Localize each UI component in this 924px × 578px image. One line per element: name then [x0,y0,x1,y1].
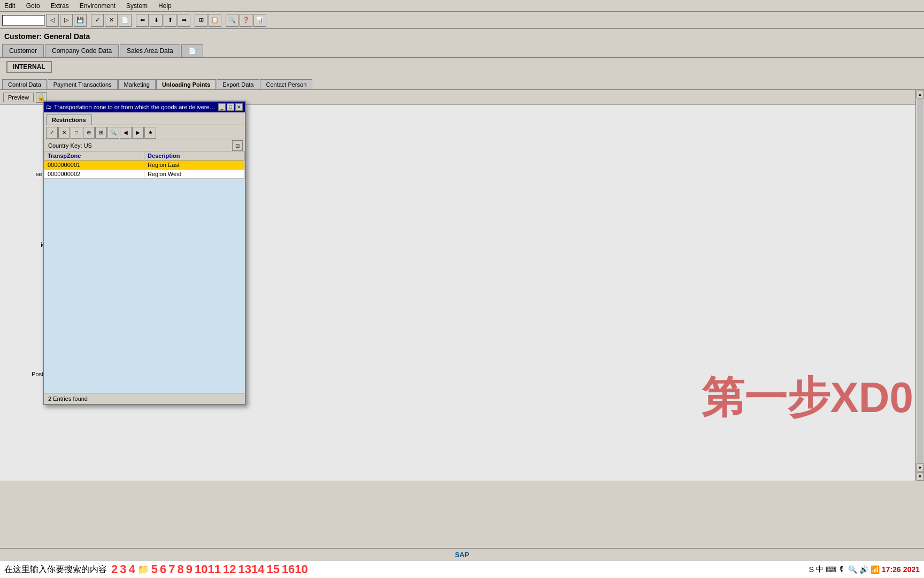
input-method-icon[interactable]: S [809,565,814,574]
command-field[interactable] [2,15,45,26]
tab-control-data[interactable]: Control Data [2,79,47,89]
toolbar-btn1[interactable]: ✓ [91,14,104,27]
table-row[interactable]: 0000000001 Region East [44,161,245,170]
modal-country-info: Country Key: US [44,140,245,151]
modal-resize-btn[interactable]: ⊡ [232,140,243,151]
main-content: Preview 🔒 ns n 1/2 ress de se number ty … [0,90,924,481]
toolbar-back-btn[interactable]: ◁ [46,14,59,27]
toolbar-btn9[interactable]: 📋 [209,14,221,27]
toolbar-btn3[interactable]: 📄 [119,14,132,27]
badge-area: INTERNAL [0,58,924,76]
num-1011[interactable]: 1011 [195,562,221,576]
toolbar-btn8[interactable]: ⊞ [195,14,207,27]
scroll-down2-btn[interactable]: ▼ [917,472,924,481]
tab-payment-transactions[interactable]: Payment Transactions [48,79,118,89]
num-15[interactable]: 15 [266,562,279,576]
toolbar-btn12[interactable]: 📊 [253,14,266,27]
modal-tb-search[interactable]: 🔍 [107,127,119,139]
modal-tb-next[interactable]: ▶ [132,127,144,139]
search-tbar-icon[interactable]: 🔍 [848,565,857,574]
sap-logo: SAP [455,551,469,559]
toolbar-btn10[interactable]: 🔍 [226,14,238,27]
toolbar-save-btn[interactable]: 💾 [74,14,87,27]
modal-content: ⊡ ✓ ✕ □ ⊕ ⊞ 🔍 ◀ ▶ ★ Country Key: US [44,125,245,393]
modal-footer: 2 Entries found [44,393,245,404]
modal-tb-grid[interactable]: ⊞ [95,127,107,139]
speaker-icon[interactable]: 🔊 [859,565,868,574]
modal-tab-restrictions[interactable]: Restrictions [46,115,92,125]
sub-tab-row: Control Data Payment Transactions Market… [0,76,924,90]
col-header-transpzone: TranspZone [44,151,144,161]
modal-tb-box[interactable]: □ [71,127,82,139]
taskbar-numbers: 2 3 4 📁 5 6 7 8 9 1011 12 1314 15 1610 [111,562,308,576]
modal-title-icon: 🗂 [46,104,52,110]
status-bar: SAP [0,548,924,561]
table-row[interactable]: 0000000002 Region West [44,170,245,179]
tab-customer[interactable]: Customer [2,44,44,57]
toolbar-btn5[interactable]: ⬇ [150,14,163,27]
num-3[interactable]: 3 [120,562,126,576]
num-6[interactable]: 6 [160,562,166,576]
clock-display: 17:26 [882,565,901,574]
country-key-value: US [84,142,92,149]
page-title: Customer: General Data [4,32,90,41]
modal-restore-btn[interactable]: □ [227,103,234,111]
col-header-description: Description [144,151,244,161]
top-tab-row: Customer Company Code Data Sales Area Da… [0,44,924,58]
modal-tb-star[interactable]: ★ [144,127,156,139]
num-1314[interactable]: 1314 [238,562,264,576]
toolbar-btn6[interactable]: ⬆ [164,14,176,27]
num-1610[interactable]: 1610 [282,562,308,576]
network-icon[interactable]: 📶 [871,565,880,574]
num-4[interactable]: 4 [129,562,135,576]
modal-tb-prev[interactable]: ◀ [120,127,132,139]
tab-unloading-points[interactable]: Unloading Points [156,79,216,89]
menu-system[interactable]: System [124,1,150,11]
menu-goto[interactable]: Goto [24,1,42,11]
toolbar-forward-btn[interactable]: ▷ [60,14,73,27]
num-12[interactable]: 12 [223,562,236,576]
menu-help[interactable]: Help [156,1,174,11]
menu-edit[interactable]: Edit [2,1,18,11]
num-8[interactable]: 8 [178,562,184,576]
zone-cell-2: 0000000002 [44,170,144,179]
toolbar-btn7[interactable]: ➡ [178,14,190,27]
toolbar-btn11[interactable]: ❓ [240,14,252,27]
toolbar-btn2[interactable]: ✕ [105,14,118,27]
modal-tb-check[interactable]: ✓ [46,127,58,139]
scroll-down-btn[interactable]: ▼ [917,463,924,472]
modal-dialog: 🗂 Transportation zone to or from which t… [43,101,246,405]
chinese-prompt: 在这里输入你要搜索的内容 [0,564,111,575]
desc-cell-2: Region West [144,170,244,179]
tab-export-data[interactable]: Export Data [217,79,259,89]
menu-extras[interactable]: Extras [49,1,71,11]
modal-tb-plus[interactable]: ⊕ [83,127,95,139]
toolbar-btn4[interactable]: ⬅ [136,14,149,27]
tab-sales-area[interactable]: Sales Area Data [120,44,180,57]
modal-tab-row: Restrictions [44,112,245,125]
tab-extra[interactable]: 📄 [181,44,203,57]
zone-cell-1: 0000000001 [44,161,144,170]
scroll-track [917,99,923,463]
tab-company-code[interactable]: Company Code Data [45,44,119,57]
scroll-up-btn[interactable]: ▲ [917,90,924,98]
num-2[interactable]: 2 [111,562,118,576]
keyboard-icon[interactable]: ⌨ [826,565,836,574]
modal-tb-x[interactable]: ✕ [58,127,70,139]
menu-environment[interactable]: Environment [78,1,118,11]
num-9[interactable]: 9 [186,562,192,576]
num-5[interactable]: 5 [151,562,158,576]
taskbar: 在这里输入你要搜索的内容 2 3 4 📁 5 6 7 8 9 1011 12 1… [0,561,924,578]
menu-bar: Edit Goto Extras Environment System Help [0,0,924,12]
taskbar-folder-icon[interactable]: 📁 [137,564,149,575]
lang-icon[interactable]: 中 [816,565,823,574]
num-7[interactable]: 7 [168,562,175,576]
modal-close-btn[interactable]: ✕ [235,103,243,111]
entries-found-text: 2 Entries found [48,396,88,402]
modal-minimize-btn[interactable]: _ [218,103,226,111]
preview-button[interactable]: Preview [3,93,34,102]
tab-contact-person[interactable]: Contact Person [260,79,312,89]
modal-titlebar-buttons: _ □ ✕ [218,103,243,111]
tab-marketing[interactable]: Marketing [118,79,156,89]
mic-icon[interactable]: 🎙 [838,565,846,574]
